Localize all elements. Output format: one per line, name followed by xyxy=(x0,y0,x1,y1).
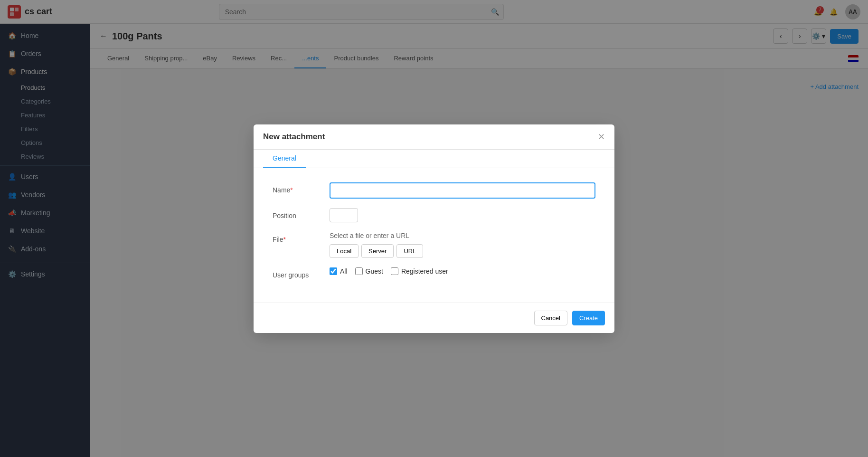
modal-close-button[interactable]: ✕ xyxy=(598,133,605,141)
name-row: Name* xyxy=(273,182,595,199)
modal-tab-general[interactable]: General xyxy=(263,150,306,168)
name-required-star: * xyxy=(290,186,292,194)
name-label: Name* xyxy=(273,182,330,194)
file-hint: Select a file or enter a URL xyxy=(330,232,595,239)
position-field xyxy=(330,208,595,222)
modal-header: New attachment ✕ xyxy=(254,124,614,150)
user-groups-row: User groups All Guest Regist xyxy=(273,267,595,279)
file-required-star: * xyxy=(283,236,286,243)
user-group-registered-label: Registered user xyxy=(401,267,448,275)
position-input[interactable] xyxy=(330,208,358,222)
position-row: Position xyxy=(273,208,595,222)
name-field xyxy=(330,182,595,199)
file-row: File* Select a file or enter a URL Local… xyxy=(273,232,595,258)
modal-footer: Cancel Create xyxy=(254,303,614,333)
modal-title: New attachment xyxy=(263,132,325,142)
file-field: Select a file or enter a URL Local Serve… xyxy=(330,232,595,258)
file-label: File* xyxy=(273,232,330,243)
modal-tabs: General xyxy=(254,150,614,168)
new-attachment-modal: New attachment ✕ General Name* Position xyxy=(254,124,614,333)
position-label: Position xyxy=(273,208,330,219)
modal-body: Name* Position File* Select a file xyxy=(254,168,614,303)
file-buttons: Local Server URL xyxy=(330,244,595,258)
user-groups-label: User groups xyxy=(273,267,330,279)
user-group-registered[interactable]: Registered user xyxy=(391,267,448,275)
cancel-button[interactable]: Cancel xyxy=(534,311,567,325)
file-server-button[interactable]: Server xyxy=(361,244,394,258)
user-group-guest-checkbox[interactable] xyxy=(355,267,363,275)
user-group-all-label: All xyxy=(340,267,348,275)
file-local-button[interactable]: Local xyxy=(330,244,359,258)
user-group-all-checkbox[interactable] xyxy=(330,267,337,275)
user-group-all[interactable]: All xyxy=(330,267,348,275)
modal-overlay[interactable]: New attachment ✕ General Name* Position xyxy=(0,0,868,457)
create-button[interactable]: Create xyxy=(572,311,605,325)
name-input[interactable] xyxy=(330,182,595,199)
user-groups-options: All Guest Registered user xyxy=(330,267,595,275)
user-group-registered-checkbox[interactable] xyxy=(391,267,398,275)
user-group-guest-label: Guest xyxy=(366,267,383,275)
file-url-button[interactable]: URL xyxy=(396,244,423,258)
user-groups-field: All Guest Registered user xyxy=(330,267,595,275)
user-group-guest[interactable]: Guest xyxy=(355,267,383,275)
